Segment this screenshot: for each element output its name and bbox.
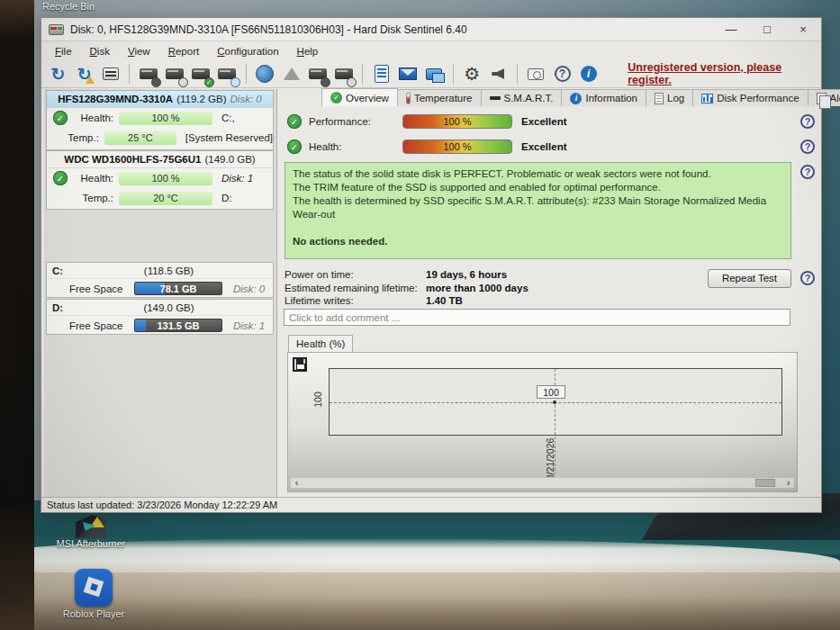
- status-line-3: The health is determined by SSD specific…: [293, 194, 783, 221]
- smart-icon: [490, 96, 501, 100]
- alerts-pages-icon: [817, 93, 826, 104]
- refresh-icon[interactable]: [48, 63, 68, 85]
- tab-alerts-label: Alerts: [830, 93, 840, 104]
- health-chart-tab[interactable]: Health (%): [288, 335, 353, 352]
- titlebar[interactable]: Disk: 0, HFS128G39MND-3310A [FS66N511810…: [41, 18, 821, 41]
- disk-accept-icon[interactable]: [191, 63, 212, 85]
- disk-search-icon[interactable]: [217, 63, 238, 85]
- info-icon[interactable]: [578, 63, 599, 85]
- health-ok-icon: [287, 140, 302, 154]
- screenshot-camera-icon[interactable]: [526, 63, 546, 85]
- chart-y-axis-label: 100: [312, 392, 323, 408]
- health-row: Health: 100 % Excellent: [287, 140, 567, 154]
- partition-d-name: D:: [52, 302, 106, 313]
- help-icon[interactable]: [552, 63, 573, 85]
- menu-configuration[interactable]: Configuration: [209, 44, 286, 58]
- status-help-icon[interactable]: [800, 165, 815, 179]
- disk-0-temp-bar: 25 °C: [104, 131, 176, 145]
- disk-0-header[interactable]: HFS128G39MND-3310A (119.2 GB) Disk: 0: [47, 91, 273, 108]
- desktop-icon-roblox-player[interactable]: Roblox Player: [50, 569, 137, 619]
- chart-data-point: [553, 400, 556, 404]
- tab-smart[interactable]: S.M.A.R.T.: [481, 89, 563, 106]
- tab-temperature[interactable]: Temperature: [397, 89, 482, 106]
- scroll-left-arrow[interactable]: [291, 478, 303, 488]
- tab-overview-label: Overview: [346, 93, 389, 104]
- disk-0-temp-label: Temp.:: [66, 132, 99, 143]
- scroll-right-arrow[interactable]: [782, 478, 794, 488]
- maximize-button[interactable]: □: [749, 18, 785, 40]
- partition-c-size: (118.5 GB): [106, 266, 231, 276]
- refresh-warning-icon[interactable]: [74, 63, 95, 85]
- settings-gear-icon[interactable]: [462, 63, 483, 85]
- repeat-test-button[interactable]: Repeat Test: [708, 269, 791, 288]
- disk-0-ok-icon: [53, 111, 68, 125]
- disk-1-health-label: Health:: [70, 173, 113, 184]
- lifetime-writes-value: 1.40 TB: [426, 295, 463, 306]
- roblox-player-label: Roblox Player: [50, 608, 137, 619]
- desktop-icon-recycle-bin[interactable]: Recycle Bin: [32, 1, 104, 12]
- disk-1-name: WDC WD1600HLFS-75G6U1: [64, 154, 201, 165]
- performance-help-icon[interactable]: [800, 114, 815, 129]
- partition-item-d[interactable]: D: (149.0 GB) Free Space 131.5 GB Disk: …: [46, 299, 274, 335]
- performance-row: Performance: 100 % Excellent: [287, 114, 567, 129]
- monitor-bezel: [0, 0, 34, 630]
- menu-report[interactable]: Report: [160, 44, 208, 58]
- save-chart-icon[interactable]: [293, 357, 307, 372]
- chart-point-label: 100: [537, 385, 565, 399]
- partition-d-disk-number: Disk: 1: [233, 320, 265, 331]
- health-help-icon[interactable]: [800, 140, 815, 154]
- tab-information-label: Information: [585, 93, 637, 104]
- disk-0-health-bar: 100 %: [119, 112, 212, 125]
- tab-bar: Overview Temperature S.M.A.R.T. Informat…: [321, 89, 816, 106]
- scroll-thumb[interactable]: [755, 479, 775, 487]
- mail-icon[interactable]: [397, 63, 418, 85]
- partition-item-c[interactable]: C: (118.5 GB) Free Space 78.1 GB Disk: 0: [46, 262, 274, 298]
- desktop-icon-msi-afterburner[interactable]: MSI Afterburner: [52, 515, 130, 549]
- tab-smart-label: S.M.A.R.T.: [504, 93, 554, 104]
- disk-item-0[interactable]: HFS128G39MND-3310A (119.2 GB) Disk: 0 He…: [46, 90, 274, 150]
- network-disk-icon[interactable]: [255, 63, 275, 85]
- remaining-lifetime-value: more than 1000 days: [426, 283, 528, 293]
- roblox-player-icon: [75, 569, 113, 607]
- notes-icon[interactable]: [371, 63, 392, 85]
- sound-icon[interactable]: [488, 63, 509, 85]
- disk-1-header[interactable]: WDC WD1600HLFS-75G6U1 (149.0 GB): [47, 151, 273, 168]
- tab-information[interactable]: Information: [561, 89, 646, 106]
- minimize-button[interactable]: —: [713, 18, 749, 40]
- health-label: Health:: [309, 141, 392, 152]
- status-line-1: The status of the solid state disk is PE…: [293, 167, 783, 181]
- remote-monitor-icon[interactable]: [424, 63, 445, 85]
- tab-alerts[interactable]: Alerts: [808, 89, 840, 106]
- repeat-test-help-icon[interactable]: [800, 271, 815, 285]
- status-bar: Status last updated: 3/23/2026 Monday 12…: [41, 497, 821, 512]
- menu-disk[interactable]: Disk: [82, 44, 118, 58]
- overview-panel: Overview Temperature S.M.A.R.T. Informat…: [278, 89, 821, 497]
- chart-plot-area: 100: [329, 368, 782, 436]
- tab-disk-performance[interactable]: Disk Performance: [692, 89, 808, 106]
- tab-log[interactable]: Log: [646, 89, 693, 106]
- tab-temperature-label: Temperature: [414, 93, 473, 104]
- register-link[interactable]: Unregistered version, please register.: [628, 61, 821, 86]
- comment-input[interactable]: [284, 309, 790, 326]
- disk-info-icon[interactable]: [138, 63, 158, 85]
- menu-view[interactable]: View: [120, 44, 158, 58]
- disk-camera-icon[interactable]: [307, 63, 328, 85]
- menu-file[interactable]: File: [47, 44, 80, 58]
- close-button[interactable]: ×: [785, 18, 821, 40]
- partition-d-free-value: 131.5 GB: [135, 320, 221, 331]
- disk-0-partition-letters: C:,: [221, 112, 235, 123]
- report-icon[interactable]: [100, 63, 121, 85]
- disk-1-partition-letters: D:: [221, 193, 232, 203]
- scroll-track[interactable]: [303, 478, 782, 488]
- disk-item-1[interactable]: WDC WD1600HLFS-75G6U1 (149.0 GB) Health:…: [46, 150, 274, 210]
- disk-clock-icon[interactable]: [164, 63, 185, 85]
- chart-scrollbar[interactable]: [290, 477, 795, 489]
- disk-1-temp-label: Temp.:: [70, 193, 113, 203]
- health-meter: 100 %: [402, 140, 512, 154]
- disk-1-ok-icon: [53, 171, 68, 185]
- disk-stack-icon[interactable]: [281, 63, 302, 85]
- tab-overview[interactable]: Overview: [321, 88, 398, 106]
- menu-help[interactable]: Help: [289, 44, 327, 58]
- disk-tools-icon[interactable]: [333, 63, 354, 85]
- health-rating: Excellent: [521, 141, 567, 152]
